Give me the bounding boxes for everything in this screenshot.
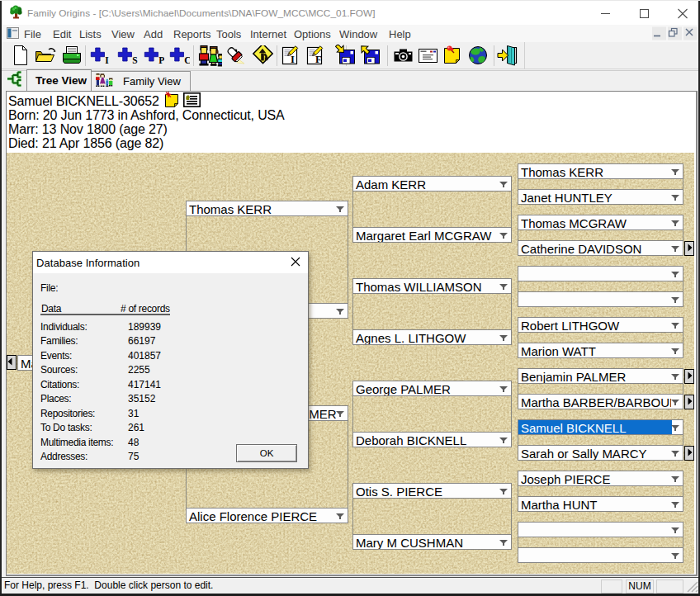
svg-text:P: P — [158, 55, 164, 65]
svg-text:C: C — [184, 55, 190, 65]
svg-text:F: F — [315, 54, 322, 65]
svg-text:I: I — [291, 54, 295, 65]
svg-text:I: I — [105, 55, 109, 65]
svg-text:S: S — [132, 55, 137, 65]
